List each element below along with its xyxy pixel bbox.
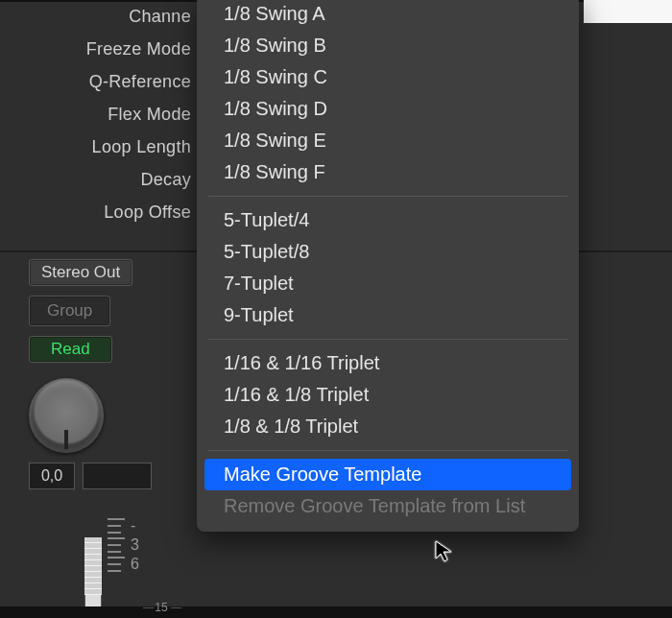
meter-tick-label: 3	[131, 536, 139, 554]
menu-separator	[208, 339, 567, 340]
pan-knob[interactable]	[29, 378, 104, 453]
menu-item-swing-e[interactable]: 1/8 Swing E	[197, 125, 579, 156]
cursor-icon	[434, 539, 457, 562]
menu-item-5-tuplet-8[interactable]: 5-Tuplet/8	[197, 236, 579, 268]
automation-read-button[interactable]: Read	[29, 336, 112, 363]
menu-item-9-tuplet[interactable]: 9-Tuplet	[197, 299, 579, 331]
inspector-label-q-reference: Q-Reference	[0, 65, 197, 98]
right-white-strip	[584, 0, 672, 23]
menu-item-16-16-triplet[interactable]: 1/16 & 1/16 Triplet	[197, 347, 579, 379]
bottom-value: 15	[140, 601, 182, 614]
inspector-label-channel: Channe	[0, 0, 197, 33]
inspector-label-freeze-mode: Freeze Mode	[0, 33, 197, 65]
menu-item-16-8-triplet[interactable]: 1/16 & 1/8 Triplet	[197, 379, 579, 411]
menu-item-make-groove-template[interactable]: Make Groove Template	[204, 459, 571, 490]
bottom-strip	[0, 606, 672, 618]
menu-item-swing-d[interactable]: 1/8 Swing D	[197, 93, 579, 125]
menu-item-swing-b[interactable]: 1/8 Swing B	[197, 30, 579, 61]
menu-item-swing-f[interactable]: 1/8 Swing F	[197, 156, 579, 188]
meter-tick-label: -	[131, 517, 135, 535]
inspector-label-loop-length: Loop Length	[0, 131, 197, 163]
app-window: Channe Freeze Mode Q-Reference Flex Mode…	[0, 0, 672, 618]
inspector-label-flex-mode: Flex Mode	[0, 98, 197, 131]
menu-separator	[208, 450, 567, 451]
fader-meter: - 3 6	[27, 516, 171, 608]
meter-scale: - 3 6	[108, 516, 165, 574]
output-button[interactable]: Stereo Out	[29, 259, 132, 286]
inspector-label-decay: Decay	[0, 163, 197, 196]
inspector-panel: Channe Freeze Mode Q-Reference Flex Mode…	[0, 0, 197, 228]
quantize-menu[interactable]: 1/8 Swing A 1/8 Swing B 1/8 Swing C 1/8 …	[197, 0, 579, 532]
menu-item-8-8-triplet[interactable]: 1/8 & 1/8 Triplet	[197, 411, 579, 442]
meter-tick-label: 6	[131, 556, 139, 573]
menu-item-7-tuplet[interactable]: 7-Tuplet	[197, 268, 579, 299]
inspector-label-loop-offset: Loop Offse	[0, 196, 197, 228]
value-field-empty[interactable]	[83, 463, 152, 489]
channel-strip: Stereo Out Group Read 0,0	[29, 259, 192, 489]
pan-knob-wrap	[29, 378, 192, 453]
menu-item-remove-groove-template: Remove Groove Template from List	[197, 490, 579, 522]
menu-item-5-tuplet-4[interactable]: 5-Tuplet/4	[197, 204, 579, 236]
menu-item-swing-a[interactable]: 1/8 Swing A	[197, 0, 579, 30]
menu-separator	[208, 196, 567, 197]
pan-value-field[interactable]: 0,0	[29, 463, 75, 489]
pan-value-row: 0,0	[29, 463, 192, 489]
menu-item-swing-c[interactable]: 1/8 Swing C	[197, 61, 579, 93]
fader-handle[interactable]	[84, 537, 102, 612]
group-button[interactable]: Group	[29, 296, 110, 326]
